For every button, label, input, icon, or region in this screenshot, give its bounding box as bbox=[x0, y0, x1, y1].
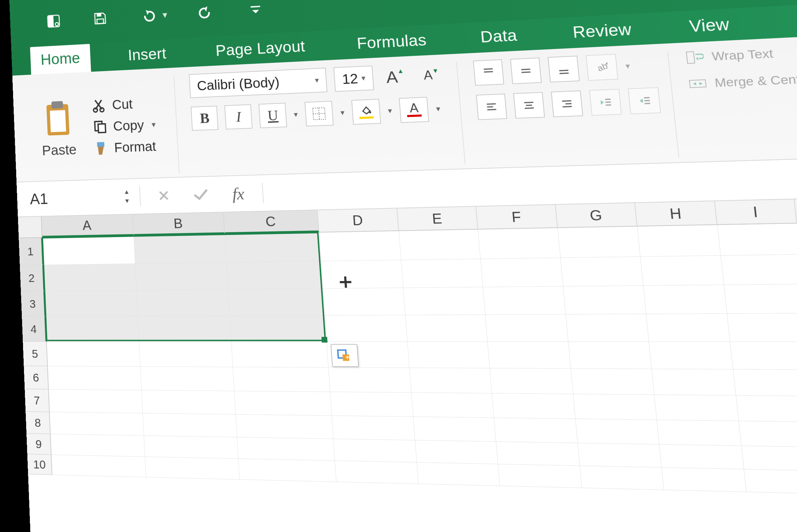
cell[interactable] bbox=[657, 420, 742, 446]
cell[interactable] bbox=[649, 342, 733, 369]
cell[interactable] bbox=[321, 260, 403, 289]
borders-dropdown-icon[interactable]: ▾ bbox=[340, 108, 345, 117]
column-header[interactable]: I bbox=[715, 199, 797, 224]
align-bottom-button[interactable] bbox=[548, 56, 580, 82]
cell[interactable] bbox=[51, 434, 145, 457]
format-painter-button[interactable]: Format bbox=[94, 138, 157, 156]
cell[interactable] bbox=[236, 415, 334, 439]
cell[interactable] bbox=[139, 342, 233, 367]
formula-input[interactable] bbox=[274, 174, 797, 193]
cell[interactable] bbox=[662, 468, 747, 492]
cell[interactable] bbox=[319, 231, 401, 261]
column-header[interactable]: E bbox=[397, 207, 478, 230]
column-header[interactable]: G bbox=[556, 203, 637, 227]
tab-home[interactable]: Home bbox=[30, 44, 91, 75]
tab-data[interactable]: Data bbox=[467, 20, 530, 53]
column-header[interactable]: B bbox=[133, 212, 225, 235]
cell[interactable] bbox=[730, 342, 797, 370]
cell[interactable] bbox=[659, 444, 744, 470]
cell[interactable] bbox=[568, 342, 652, 369]
cell[interactable] bbox=[563, 286, 646, 315]
cell[interactable] bbox=[325, 315, 407, 342]
cell[interactable] bbox=[48, 366, 142, 391]
cell[interactable] bbox=[496, 442, 580, 466]
cell[interactable] bbox=[644, 285, 727, 315]
cell[interactable] bbox=[561, 257, 644, 286]
cell[interactable] bbox=[143, 413, 237, 437]
increase-indent-button[interactable] bbox=[628, 87, 661, 114]
cell[interactable] bbox=[736, 396, 797, 422]
cell[interactable] bbox=[478, 228, 561, 259]
borders-button[interactable] bbox=[305, 101, 334, 127]
save-icon[interactable] bbox=[91, 9, 110, 28]
cell[interactable] bbox=[134, 234, 227, 264]
cell[interactable] bbox=[640, 255, 724, 286]
italic-button[interactable]: I bbox=[225, 104, 252, 130]
cell[interactable] bbox=[51, 455, 146, 477]
tab-view[interactable]: View bbox=[675, 9, 744, 43]
row-header[interactable]: 9 bbox=[26, 434, 51, 455]
align-left-button[interactable] bbox=[476, 94, 507, 120]
orientation-dropdown-icon[interactable]: ▾ bbox=[625, 61, 630, 71]
cell[interactable] bbox=[483, 286, 566, 315]
cell[interactable] bbox=[412, 393, 494, 418]
align-top-button[interactable] bbox=[473, 59, 504, 86]
name-box[interactable]: A1 bbox=[30, 188, 115, 208]
cell[interactable] bbox=[323, 288, 406, 316]
copy-dropdown-icon[interactable]: ▾ bbox=[152, 120, 156, 129]
fill-dropdown-icon[interactable]: ▾ bbox=[387, 106, 392, 115]
cell[interactable] bbox=[401, 259, 483, 288]
cell[interactable] bbox=[576, 419, 659, 444]
merge-center-button[interactable]: Merge & Center ▾ bbox=[688, 71, 797, 91]
cancel-formula-button[interactable] bbox=[150, 188, 177, 203]
cell[interactable] bbox=[49, 390, 143, 413]
grow-font-button[interactable]: A▲ bbox=[380, 64, 410, 90]
cell[interactable] bbox=[571, 368, 654, 395]
bold-button[interactable]: B bbox=[191, 106, 219, 131]
cell[interactable] bbox=[481, 258, 564, 287]
cell[interactable] bbox=[234, 391, 332, 416]
align-middle-button[interactable] bbox=[510, 58, 542, 84]
cells-area[interactable]: + bbox=[42, 222, 797, 496]
cell[interactable] bbox=[46, 316, 139, 342]
cell[interactable] bbox=[414, 417, 496, 442]
cell[interactable] bbox=[225, 232, 321, 262]
cell[interactable] bbox=[233, 367, 330, 392]
customize-qat-icon[interactable] bbox=[245, 0, 266, 19]
cell[interactable] bbox=[486, 315, 568, 342]
align-center-button[interactable] bbox=[513, 92, 545, 119]
cell[interactable] bbox=[135, 262, 229, 290]
enter-formula-button[interactable] bbox=[187, 187, 215, 202]
cell[interactable] bbox=[733, 369, 797, 396]
cell[interactable] bbox=[140, 367, 234, 391]
cell[interactable] bbox=[410, 368, 492, 394]
cell[interactable] bbox=[724, 284, 797, 314]
underline-button[interactable]: U bbox=[259, 103, 287, 128]
cell[interactable] bbox=[490, 368, 573, 394]
cell[interactable] bbox=[144, 436, 239, 459]
cell[interactable] bbox=[50, 412, 144, 436]
cell[interactable] bbox=[44, 290, 138, 317]
cell[interactable] bbox=[498, 464, 582, 488]
cell[interactable] bbox=[230, 316, 327, 342]
cell[interactable] bbox=[652, 369, 736, 396]
cell[interactable] bbox=[721, 255, 797, 285]
cell[interactable] bbox=[43, 264, 137, 291]
tab-insert[interactable]: Insert bbox=[117, 39, 178, 70]
cell[interactable] bbox=[145, 457, 240, 480]
copy-button[interactable]: Copy ▾ bbox=[93, 117, 156, 134]
undo-icon[interactable] bbox=[138, 6, 157, 25]
cell[interactable] bbox=[744, 470, 797, 494]
cell[interactable] bbox=[335, 461, 418, 484]
worksheet[interactable]: ABCDEFGHIJ 12345678910 + bbox=[18, 195, 797, 499]
row-header[interactable]: 6 bbox=[24, 366, 49, 390]
font-size-combo[interactable]: 12 ▾ bbox=[334, 65, 374, 92]
wrap-text-button[interactable]: Wrap Text bbox=[686, 44, 797, 65]
cell[interactable] bbox=[138, 316, 231, 342]
column-header[interactable]: H bbox=[635, 201, 718, 226]
cell[interactable] bbox=[47, 342, 140, 367]
cell[interactable] bbox=[558, 227, 640, 258]
select-all-corner[interactable] bbox=[18, 217, 43, 238]
font-color-button[interactable]: A bbox=[399, 97, 429, 123]
font-color-dropdown-icon[interactable]: ▾ bbox=[436, 104, 440, 114]
